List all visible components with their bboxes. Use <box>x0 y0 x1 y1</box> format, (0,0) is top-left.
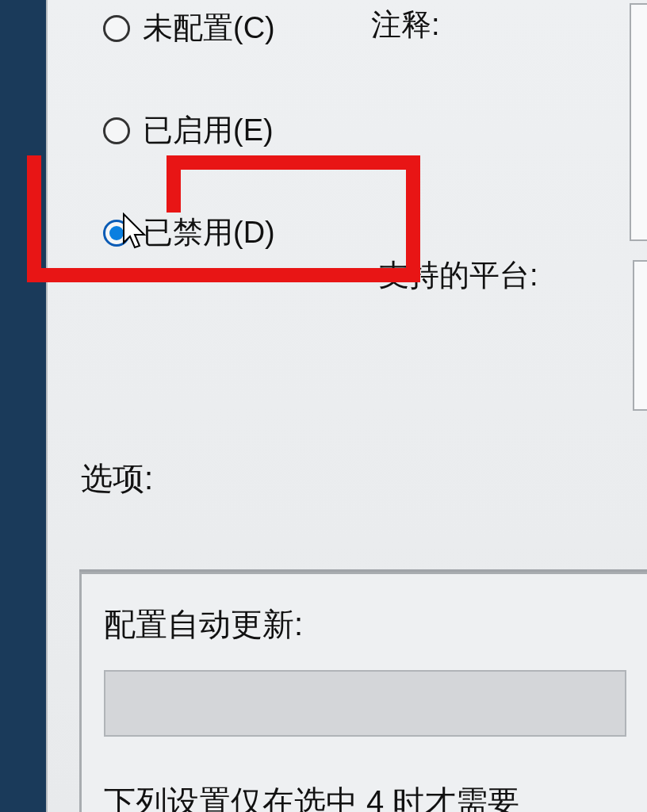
configure-auto-update-dropdown[interactable] <box>104 670 626 737</box>
radio-label-enabled: 已启用(E) <box>143 110 274 151</box>
supported-platform-label: 支持的平台: <box>379 255 538 296</box>
radio-icon <box>103 117 130 144</box>
options-note-text: 下列设置仅在选中 4 时才需要 <box>104 780 519 812</box>
options-panel: 配置自动更新: 下列设置仅在选中 4 时才需要 <box>79 572 647 812</box>
radio-label-not-configured: 未配置(C) <box>143 8 275 48</box>
configure-auto-update-label: 配置自动更新: <box>104 603 626 646</box>
comment-textbox[interactable] <box>630 3 647 241</box>
top-section: 未配置(C) 已启用(E) 已禁用(D) 注释: 支持的平台: 选项: <box>48 0 647 571</box>
radio-icon-selected <box>103 220 130 247</box>
radio-label-disabled: 已禁用(D) <box>143 213 275 253</box>
policy-editor-panel: 未配置(C) 已启用(E) 已禁用(D) 注释: 支持的平台: 选项: 配置自动… <box>46 0 647 812</box>
comment-label: 注释: <box>371 5 440 45</box>
radio-icon <box>103 15 130 42</box>
options-label: 选项: <box>81 457 153 500</box>
radio-enabled[interactable]: 已启用(E) <box>103 110 275 151</box>
policy-state-radio-group: 未配置(C) 已启用(E) 已禁用(D) <box>103 8 275 253</box>
radio-disabled[interactable]: 已禁用(D) <box>103 213 275 253</box>
radio-not-configured[interactable]: 未配置(C) <box>103 8 275 48</box>
supported-platform-textbox <box>633 260 647 411</box>
